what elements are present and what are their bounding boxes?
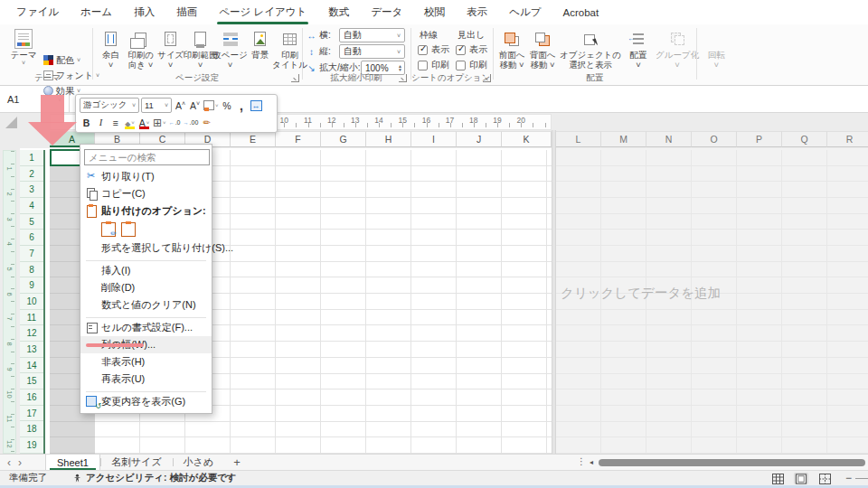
column-header[interactable]: G bbox=[321, 131, 366, 147]
zoom-slider-track[interactable] bbox=[855, 478, 868, 479]
menu-item[interactable] bbox=[86, 258, 206, 261]
column-header[interactable]: J bbox=[457, 131, 502, 147]
scale-dialog-launcher-icon[interactable] bbox=[399, 74, 407, 82]
menu-item[interactable]: 非表示(H) bbox=[80, 353, 212, 371]
row-header[interactable]: 9 bbox=[20, 277, 43, 294]
mini-toolbar-button[interactable]: ˅ bbox=[123, 115, 137, 130]
page-setup-button[interactable]: 印刷範囲 ˅ bbox=[185, 27, 215, 78]
paste-keep-formatting-icon[interactable] bbox=[101, 222, 116, 237]
spinner-arrows-icon[interactable]: ▲▼ bbox=[398, 64, 402, 71]
row-header[interactable]: 5 bbox=[20, 214, 43, 230]
page-setup-button[interactable]: 背景 bbox=[245, 27, 275, 78]
ribbon-tab[interactable]: 数式 bbox=[317, 0, 360, 24]
menu-item[interactable]: 削除(D) bbox=[80, 279, 212, 296]
mini-toolbar-button[interactable]: ˅ bbox=[250, 98, 263, 113]
menu-item[interactable]: コピー(C) bbox=[80, 185, 212, 202]
normal-view-icon[interactable] bbox=[770, 473, 785, 484]
ribbon-tab[interactable]: ヘルプ bbox=[498, 0, 552, 24]
menu-item[interactable]: 変更内容を表示(G) bbox=[80, 393, 212, 410]
headings-view-checkbox[interactable]: 表示 bbox=[456, 43, 487, 56]
page-layout-view-icon[interactable] bbox=[794, 473, 808, 484]
menu-item[interactable]: 貼り付けのオプション: bbox=[80, 202, 212, 220]
gridlines-view-checkbox[interactable]: 表示 bbox=[418, 43, 449, 56]
ribbon-tab[interactable]: ファイル bbox=[5, 0, 70, 24]
select-all-icon[interactable] bbox=[5, 117, 17, 128]
ribbon-tab[interactable]: 描画 bbox=[165, 0, 208, 24]
column-header[interactable]: N bbox=[646, 131, 692, 147]
column-header[interactable]: I bbox=[411, 131, 457, 147]
mini-toolbar-button[interactable]: I˅ bbox=[94, 115, 108, 130]
menu-item[interactable]: 数式と値のクリア(N) bbox=[80, 296, 212, 314]
paste-values-icon[interactable] bbox=[121, 222, 136, 237]
ribbon-tab[interactable]: 挿入 bbox=[123, 0, 165, 24]
row-header[interactable]: 14 bbox=[20, 358, 43, 374]
column-header[interactable]: F bbox=[276, 131, 321, 147]
row-header[interactable]: 4 bbox=[20, 198, 43, 214]
mini-toolbar-button[interactable]: ,˅ bbox=[235, 98, 249, 113]
add-data-placeholder[interactable]: クリックしてデータを追加 bbox=[561, 285, 721, 302]
menu-item[interactable]: 切り取り(T) bbox=[80, 168, 212, 185]
zoom-out-button[interactable]: − bbox=[845, 472, 852, 484]
arrange-button[interactable]: 回転 ˅ bbox=[701, 27, 731, 78]
row-header[interactable]: 6 bbox=[20, 230, 43, 246]
scale-width-select[interactable]: 自動˅ bbox=[339, 28, 405, 42]
mini-toolbar-button[interactable]: ≡˅ bbox=[108, 115, 122, 130]
page-setup-button[interactable]: 印刷 タイトル bbox=[275, 27, 305, 78]
font-name-select[interactable]: 游ゴシック˅ bbox=[80, 98, 139, 113]
page-setup-button[interactable]: 改ページ ˅ bbox=[215, 27, 245, 78]
arrange-button[interactable]: 前面へ 移動 ˅ bbox=[496, 27, 527, 78]
menu-item[interactable]: 形式を選択して貼り付け(S)... bbox=[80, 239, 212, 257]
next-sheet-icon[interactable]: › bbox=[18, 456, 29, 469]
row-header[interactable]: 15 bbox=[20, 373, 43, 389]
column-header[interactable]: R bbox=[827, 131, 868, 147]
mini-toolbar-button[interactable]: A˅ bbox=[188, 98, 202, 113]
row-header[interactable]: 11 bbox=[20, 310, 43, 326]
mini-toolbar-button[interactable]: A˅ bbox=[137, 115, 151, 130]
headings-print-checkbox[interactable]: 印刷 bbox=[456, 59, 487, 71]
menu-item[interactable]: 挿入(I) bbox=[80, 262, 212, 279]
page-setup-button[interactable]: 印刷の 向き ˅ bbox=[126, 27, 156, 78]
mini-toolbar-button[interactable]: A˅ bbox=[174, 98, 187, 113]
arrange-button[interactable]: グループ化 ˅ bbox=[654, 27, 701, 78]
scrollbar-grip-icon[interactable]: ⋮ bbox=[577, 456, 585, 466]
page-break-preview-icon[interactable] bbox=[817, 473, 832, 484]
gridlines-print-checkbox[interactable]: 印刷 bbox=[418, 59, 449, 71]
menu-item[interactable] bbox=[86, 314, 206, 318]
column-header[interactable]: H bbox=[366, 131, 411, 147]
sheet-options-dialog-launcher-icon[interactable] bbox=[483, 74, 491, 82]
accessibility-status[interactable]: アクセシビリティ: 検討が必要です bbox=[72, 472, 237, 484]
mini-toolbar-button[interactable]: ✏˅ bbox=[200, 115, 213, 130]
row-header[interactable]: 7 bbox=[20, 246, 43, 262]
ribbon-tab[interactable]: 校閲 bbox=[413, 0, 456, 24]
page-setup-button[interactable]: 余白 ˅ bbox=[96, 27, 126, 78]
themes-button[interactable]: テーマ ˅ bbox=[5, 27, 42, 78]
theme-option-button[interactable]: 配色 ˅ bbox=[43, 52, 99, 68]
column-header[interactable]: O bbox=[692, 131, 737, 147]
row-header[interactable]: 1 bbox=[20, 150, 43, 166]
column-header[interactable]: Q bbox=[782, 131, 827, 147]
ribbon-tab[interactable]: 表示 bbox=[456, 0, 498, 24]
horizontal-scrollbar-thumb[interactable] bbox=[599, 459, 865, 466]
mini-toolbar-button[interactable]: .00˅ bbox=[183, 115, 200, 130]
page-setup-dialog-launcher-icon[interactable] bbox=[291, 74, 299, 82]
arrange-button[interactable]: 背面へ 移動 ˅ bbox=[527, 27, 558, 78]
column-header[interactable]: E bbox=[231, 131, 276, 147]
ribbon-tab[interactable]: Acrobat bbox=[552, 0, 610, 24]
mini-toolbar-button[interactable]: .0˅ bbox=[168, 115, 182, 130]
row-header[interactable]: 2 bbox=[20, 166, 43, 183]
column-header[interactable]: M bbox=[601, 131, 646, 147]
sheet-tab[interactable]: 小さめ bbox=[173, 455, 225, 470]
scale-height-select[interactable]: 自動˅ bbox=[339, 44, 405, 59]
ribbon-tab[interactable]: ページ レイアウト bbox=[208, 0, 317, 24]
row-header[interactable]: 10 bbox=[20, 294, 43, 310]
ribbon-tab[interactable]: データ bbox=[360, 0, 413, 24]
menu-search-input[interactable] bbox=[84, 149, 210, 165]
row-header[interactable]: 17 bbox=[20, 406, 43, 422]
column-header[interactable]: L bbox=[556, 131, 601, 147]
menu-item[interactable]: 再表示(U) bbox=[80, 371, 212, 388]
font-size-select[interactable]: 11˅ bbox=[141, 98, 172, 113]
scrollbar-left-arrow-icon[interactable]: ◂ bbox=[590, 458, 593, 466]
sheet-tab[interactable]: 名刺サイズ bbox=[100, 455, 173, 470]
row-header[interactable]: 19 bbox=[20, 437, 43, 454]
row-header[interactable]: 16 bbox=[20, 389, 43, 406]
